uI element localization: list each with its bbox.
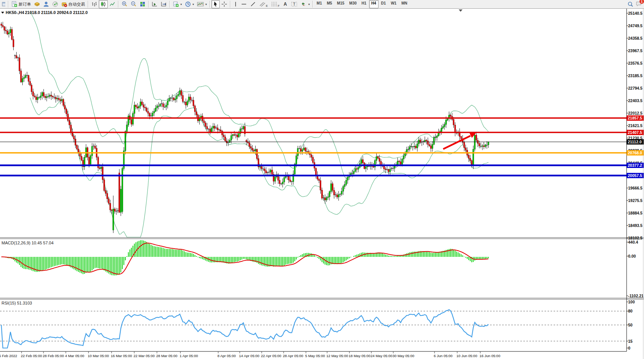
toolbar-separator (312, 1, 313, 8)
svg-text:1 Apr 05:00: 1 Apr 05:00 (180, 354, 198, 358)
tile-windows-icon (140, 1, 146, 7)
svg-text:15: 15 (628, 339, 633, 343)
cursor-icon (213, 1, 218, 7)
text-tool-button[interactable]: A (281, 0, 289, 8)
chart-shift-icon (161, 1, 167, 7)
search-icon[interactable] (627, 1, 633, 7)
market-button[interactable] (33, 0, 42, 8)
indicators-icon (197, 1, 204, 7)
new-order-button[interactable]: 新订单 (10, 0, 33, 8)
svg-text:22794.5: 22794.5 (628, 86, 642, 90)
market-watch-button[interactable] (0, 0, 7, 8)
period-button[interactable]: ▾ (183, 0, 196, 8)
line-chart-button[interactable] (108, 0, 117, 8)
timeframe-button-m5[interactable]: M5 (324, 0, 334, 8)
community-button[interactable] (42, 0, 51, 8)
auto-scroll-button[interactable] (150, 0, 159, 8)
indicators-button[interactable]: ▾ (196, 0, 208, 8)
svg-text:440.4: 440.4 (628, 240, 638, 244)
timeframe-button-d1[interactable]: D1 (379, 0, 388, 8)
price-tag-21112.0: 21112.0 (627, 139, 644, 145)
svg-text:24 May 05:00: 24 May 05:00 (371, 354, 393, 358)
main-toolbar: 新订单 自动交易 ▾ ▾ (0, 0, 644, 9)
symbol-label: HK50-,H4 (6, 10, 25, 15)
zoom-in-button[interactable] (120, 0, 129, 8)
fibo-sub-label: F (278, 4, 279, 8)
svg-text:22403.5: 22403.5 (628, 98, 642, 103)
notifications-button[interactable]: 1 (636, 1, 642, 8)
svg-text:50: 50 (628, 323, 633, 327)
ohlc-values: 21018.0 21116.0 20924.0 21112.0 (25, 10, 88, 15)
bar-chart-button[interactable] (90, 0, 99, 8)
toolbar-separator (8, 1, 9, 8)
channel-sub-label: E (266, 4, 268, 8)
line-chart-icon (109, 1, 115, 7)
svg-text:4 Mar 05:00: 4 Mar 05:00 (65, 354, 84, 358)
toolbar-separator (88, 1, 88, 8)
trendline-icon (250, 1, 256, 7)
timeframe-button-m15[interactable]: M15 (335, 0, 346, 8)
svg-text:18 May 05:00: 18 May 05:00 (349, 354, 371, 358)
svg-text:21407.5: 21407.5 (628, 130, 642, 135)
timeframe-button-h4[interactable]: H4 (369, 0, 379, 8)
new-chart-button[interactable]: ▾ (171, 0, 183, 8)
svg-text:28 Apr 05:00: 28 Apr 05:00 (283, 354, 303, 358)
svg-text:10 Mar 05:00: 10 Mar 05:00 (88, 354, 109, 358)
tile-windows-button[interactable] (138, 0, 147, 8)
timeframe-button-h1[interactable]: H1 (359, 0, 369, 8)
timeframe-button-w1[interactable]: W1 (388, 0, 399, 8)
autotrading-button[interactable]: 自动交易 (60, 0, 87, 8)
svg-text:21112.0: 21112.0 (628, 140, 642, 144)
svg-text:22012.5: 22012.5 (628, 111, 642, 115)
svg-text:19275.5: 19275.5 (628, 198, 642, 203)
svg-text:5 May 05:00: 5 May 05:00 (305, 354, 325, 358)
chart-background (0, 8, 644, 359)
price-tag-20768.0: 20768.0 (627, 150, 644, 155)
vertical-line-tool-button[interactable] (232, 0, 239, 8)
candlestick-chart-button[interactable] (99, 0, 108, 8)
signals-button[interactable] (51, 0, 60, 8)
svg-text:100: 100 (628, 300, 635, 304)
zoom-out-button[interactable] (129, 0, 138, 8)
svg-text:6 Jun 05:00: 6 Jun 05:00 (434, 354, 453, 358)
svg-text:18493.5: 18493.5 (628, 223, 642, 228)
auto-scroll-icon (152, 1, 158, 7)
fibonacci-icon (271, 1, 278, 7)
toolbar-separator (209, 1, 210, 8)
toolbar-separator (148, 1, 149, 8)
svg-text:21857.5: 21857.5 (628, 116, 642, 120)
svg-text:21621.5: 21621.5 (628, 123, 642, 128)
rsi-label: RSI(15) 51.3103 (2, 301, 32, 305)
timeframe-button-mn[interactable]: MN (399, 0, 410, 8)
text-label-tool-button[interactable]: T (289, 0, 299, 8)
svg-text:16 Mar 05:00: 16 Mar 05:00 (111, 354, 132, 358)
svg-text:12 May 05:00: 12 May 05:00 (326, 354, 348, 358)
new-order-icon (11, 1, 17, 7)
svg-text:-1102.21: -1102.21 (628, 294, 644, 298)
svg-text:20768.0: 20768.0 (628, 151, 642, 155)
chart-area[interactable]: HK50-,H421018.0 21116.0 20924.0 21112.0M… (0, 0, 644, 359)
cursor-tool-button[interactable] (211, 0, 220, 8)
timeframe-button-m30[interactable]: M30 (347, 0, 359, 8)
svg-text:10 Jun 05:00: 10 Jun 05:00 (456, 354, 477, 358)
horizontal-line-tool-button[interactable] (239, 0, 248, 8)
svg-text:8 Apr 05:00: 8 Apr 05:00 (217, 354, 236, 358)
crosshair-tool-button[interactable] (220, 0, 229, 8)
svg-text:0.00: 0.00 (628, 254, 636, 258)
chart-shift-button[interactable] (159, 0, 168, 8)
svg-text:19666.5: 19666.5 (628, 186, 642, 190)
bar-chart-icon (91, 1, 97, 7)
channel-tool-button[interactable]: E (258, 0, 269, 8)
svg-text:16 Feb 2022: 16 Feb 2022 (0, 354, 17, 358)
clock-icon (185, 1, 191, 7)
svg-text:20057.5: 20057.5 (628, 173, 642, 178)
trendline-tool-button[interactable] (248, 0, 258, 8)
timeframe-button-m1[interactable]: M1 (314, 0, 324, 8)
svg-text:T: T (293, 2, 295, 6)
fibonacci-tool-button[interactable]: F (269, 0, 281, 8)
arrows-tool-button[interactable]: ▾ (299, 0, 311, 8)
toolbar-right-group: 1 (627, 1, 644, 8)
svg-text:14 Apr 05:00: 14 Apr 05:00 (239, 354, 259, 358)
svg-text:30 May 05:00: 30 May 05:00 (393, 354, 414, 358)
svg-text:23576.5: 23576.5 (628, 61, 642, 65)
